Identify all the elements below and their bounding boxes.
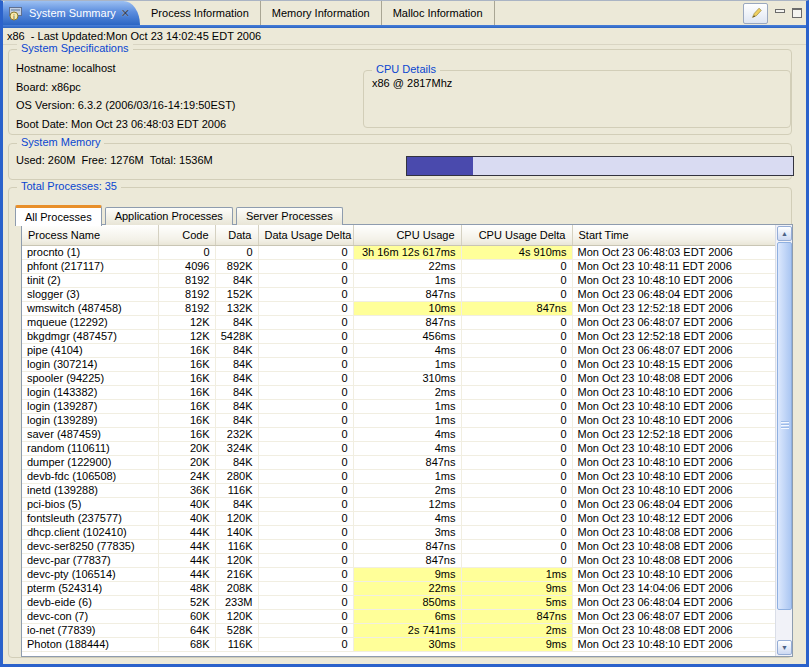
cell-data-usage-delta: 0 <box>258 371 353 385</box>
cell-data-usage-delta: 0 <box>258 483 353 497</box>
cell-data-usage-delta: 0 <box>258 385 353 399</box>
cell-cpu-usage: 1ms <box>353 273 461 287</box>
table-row[interactable]: inetd (139288) 36K 116K 0 2ms 0 Mon Oct … <box>22 483 775 497</box>
table-row[interactable]: login (139287) 16K 84K 0 1ms 0 Mon Oct 2… <box>22 399 775 413</box>
scroll-down-button[interactable]: ▼ <box>777 640 792 655</box>
cell-data-usage-delta: 0 <box>258 427 353 441</box>
table-row[interactable]: dhcp.client (102410) 44K 140K 0 3ms 0 Mo… <box>22 525 775 539</box>
annotate-pencil-button[interactable] <box>743 3 768 24</box>
tab-application-processes[interactable]: Application Processes <box>105 207 233 225</box>
cell-start-time: Mon Oct 23 10:48:12 EDT 2006 <box>572 511 775 525</box>
col-start-time[interactable]: Start Time <box>572 225 775 245</box>
tab-malloc-information[interactable]: Malloc Information <box>382 1 495 25</box>
table-row[interactable]: login (139289) 16K 84K 0 1ms 0 Mon Oct 2… <box>22 413 775 427</box>
table-row[interactable]: login (307214) 16K 84K 0 1ms 0 Mon Oct 2… <box>22 357 775 371</box>
cell-cpu-usage: 1ms <box>353 413 461 427</box>
cell-data: 892K <box>215 259 258 273</box>
table-row[interactable]: tinit (2) 8192 84K 0 1ms 0 Mon Oct 23 10… <box>22 273 775 287</box>
cell-cpu-usage-delta: 1ms <box>461 567 572 581</box>
cell-data-usage-delta: 0 <box>258 287 353 301</box>
cell-start-time: Mon Oct 23 12:52:18 EDT 2006 <box>572 427 775 441</box>
table-row[interactable]: devb-eide (6) 52K 233M 0 850ms 5ms Mon O… <box>22 595 775 609</box>
table-row[interactable]: devc-pty (106514) 44K 216K 0 9ms 1ms Mon… <box>22 567 775 581</box>
tab-server-processes[interactable]: Server Processes <box>236 207 343 225</box>
cell-name: login (139289) <box>22 413 158 427</box>
table-row[interactable]: pipe (4104) 16K 84K 0 4ms 0 Mon Oct 23 0… <box>22 343 775 357</box>
table-row[interactable]: fontsleuth (237577) 40K 120K 0 4ms 0 Mon… <box>22 511 775 525</box>
table-row[interactable]: pci-bios (5) 40K 84K 0 12ms 0 Mon Oct 23… <box>22 497 775 511</box>
cell-cpu-usage: 9ms <box>353 567 461 581</box>
cell-start-time: Mon Oct 23 10:48:10 EDT 2006 <box>572 399 775 413</box>
tab-process-information[interactable]: Process Information <box>140 1 261 25</box>
process-table: Process Name Code Data Data Usage Delta … <box>22 225 776 652</box>
table-row[interactable]: dumper (122900) 20K 84K 0 847ns 0 Mon Oc… <box>22 455 775 469</box>
cell-code: 20K <box>158 455 215 469</box>
cell-cpu-usage-delta: 0 <box>461 357 572 371</box>
cell-code: 64K <box>158 623 215 637</box>
cell-data: 233M <box>215 595 258 609</box>
cell-name: spooler (94225) <box>22 371 158 385</box>
col-cpu-usage[interactable]: CPU Usage <box>353 225 461 245</box>
table-row[interactable]: phfont (217117) 4096 892K 0 22ms 0 Mon O… <box>22 259 775 273</box>
system-specifications-group: System Specifications Hostname: localhos… <box>8 49 792 135</box>
cell-data-usage-delta: 0 <box>258 567 353 581</box>
cpu-details-group: CPU Details x86 @ 2817Mhz <box>363 70 791 128</box>
maximize-button[interactable] <box>792 8 802 18</box>
table-row[interactable]: Photon (188444) 68K 116K 0 30ms 9ms Mon … <box>22 637 775 651</box>
cell-start-time: Mon Oct 23 12:52:18 EDT 2006 <box>572 301 775 315</box>
boot-date-text: Boot Date: Mon Oct 23 06:48:03 EDT 2006 <box>16 115 236 134</box>
cell-cpu-usage-delta: 0 <box>461 441 572 455</box>
col-data[interactable]: Data <box>215 225 258 245</box>
table-row[interactable]: spooler (94225) 16K 84K 0 310ms 0 Mon Oc… <box>22 371 775 385</box>
scroll-up-button[interactable]: ▲ <box>777 226 792 241</box>
col-data-usage-delta[interactable]: Data Usage Delta <box>258 225 353 245</box>
table-row[interactable]: wmswitch (487458) 8192 132K 0 10ms 847ns… <box>22 301 775 315</box>
cell-start-time: Mon Oct 23 10:48:08 EDT 2006 <box>572 525 775 539</box>
table-row[interactable]: bkgdmgr (487457) 12K 5428K 0 456ms 0 Mon… <box>22 329 775 343</box>
cell-start-time: Mon Oct 23 10:48:08 EDT 2006 <box>572 371 775 385</box>
tab-all-processes[interactable]: All Processes <box>15 205 102 226</box>
scroll-thumb[interactable] <box>777 242 792 610</box>
maximize-icon <box>792 8 802 18</box>
vertical-scrollbar[interactable]: ▲ ▼ <box>775 225 792 656</box>
cell-cpu-usage: 847ns <box>353 287 461 301</box>
view-tab-bar: i System Summary ✕ Process Information M… <box>3 1 806 25</box>
cell-cpu-usage: 3ms <box>353 525 461 539</box>
cell-data-usage-delta: 0 <box>258 259 353 273</box>
cell-cpu-usage-delta: 0 <box>461 483 572 497</box>
cell-start-time: Mon Oct 23 06:48:04 EDT 2006 <box>572 287 775 301</box>
cell-data-usage-delta: 0 <box>258 497 353 511</box>
cell-cpu-usage: 850ms <box>353 595 461 609</box>
table-row[interactable]: saver (487459) 16K 232K 0 4ms 0 Mon Oct … <box>22 427 775 441</box>
table-row[interactable]: slogger (3) 8192 152K 0 847ns 0 Mon Oct … <box>22 287 775 301</box>
group-title: System Specifications <box>17 42 133 54</box>
col-cpu-usage-delta[interactable]: CPU Usage Delta <box>461 225 572 245</box>
close-icon[interactable]: ✕ <box>121 8 130 18</box>
cell-cpu-usage: 310ms <box>353 371 461 385</box>
table-row[interactable]: io-net (77839) 64K 528K 0 2s 741ms 2ms M… <box>22 623 775 637</box>
table-row[interactable]: login (143382) 16K 84K 0 2ms 0 Mon Oct 2… <box>22 385 775 399</box>
col-process-name[interactable]: Process Name <box>22 225 158 245</box>
col-code[interactable]: Code <box>158 225 215 245</box>
table-row[interactable]: random (110611) 20K 324K 0 4ms 0 Mon Oct… <box>22 441 775 455</box>
cell-start-time: Mon Oct 23 06:48:07 EDT 2006 <box>572 315 775 329</box>
cell-data: 5428K <box>215 329 258 343</box>
table-row[interactable]: pterm (524314) 48K 208K 0 22ms 9ms Mon O… <box>22 581 775 595</box>
cell-cpu-usage-delta: 0 <box>461 525 572 539</box>
cell-start-time: Mon Oct 23 10:48:10 EDT 2006 <box>572 567 775 581</box>
tab-memory-information[interactable]: Memory Information <box>261 1 382 25</box>
table-row[interactable]: mqueue (12292) 12K 84K 0 847ns 0 Mon Oct… <box>22 315 775 329</box>
table-row[interactable]: procnto (1) 0 0 0 3h 16m 12s 617ms 4s 91… <box>22 245 775 259</box>
tab-system-summary[interactable]: i System Summary ✕ <box>3 1 140 25</box>
table-row[interactable]: devc-con (7) 60K 120K 0 6ms 847ns Mon Oc… <box>22 609 775 623</box>
cell-code: 60K <box>158 609 215 623</box>
table-row[interactable]: devc-par (77837) 44K 120K 0 847ns 0 Mon … <box>22 553 775 567</box>
cell-code: 44K <box>158 539 215 553</box>
table-row[interactable]: devc-ser8250 (77835) 44K 116K 0 847ns 0 … <box>22 539 775 553</box>
cell-name: login (307214) <box>22 357 158 371</box>
table-row[interactable]: devb-fdc (106508) 24K 280K 0 1ms 0 Mon O… <box>22 469 775 483</box>
minimize-button[interactable] <box>775 8 785 18</box>
cell-data: 528K <box>215 623 258 637</box>
cell-data-usage-delta: 0 <box>258 357 353 371</box>
cell-data: 140K <box>215 525 258 539</box>
